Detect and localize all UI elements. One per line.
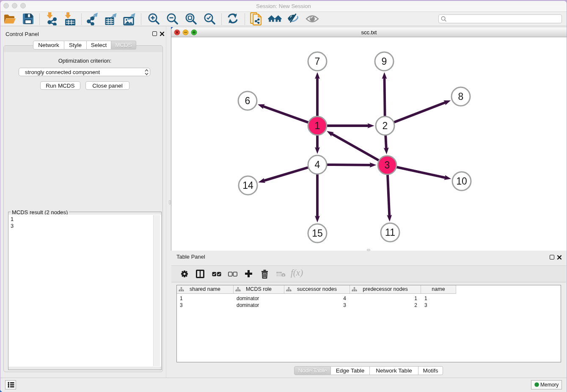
- svg-text:3: 3: [385, 160, 390, 171]
- svg-text:11: 11: [385, 227, 395, 238]
- svg-text:15: 15: [312, 228, 323, 239]
- svg-text:14: 14: [242, 180, 253, 191]
- svg-text:7: 7: [315, 56, 320, 67]
- svg-text:6: 6: [245, 95, 250, 106]
- svg-text:9: 9: [382, 56, 387, 67]
- svg-text:8: 8: [458, 91, 464, 102]
- svg-text:1: 1: [315, 120, 320, 131]
- svg-text:4: 4: [315, 159, 320, 170]
- svg-text:10: 10: [456, 176, 467, 187]
- svg-text:2: 2: [383, 120, 388, 131]
